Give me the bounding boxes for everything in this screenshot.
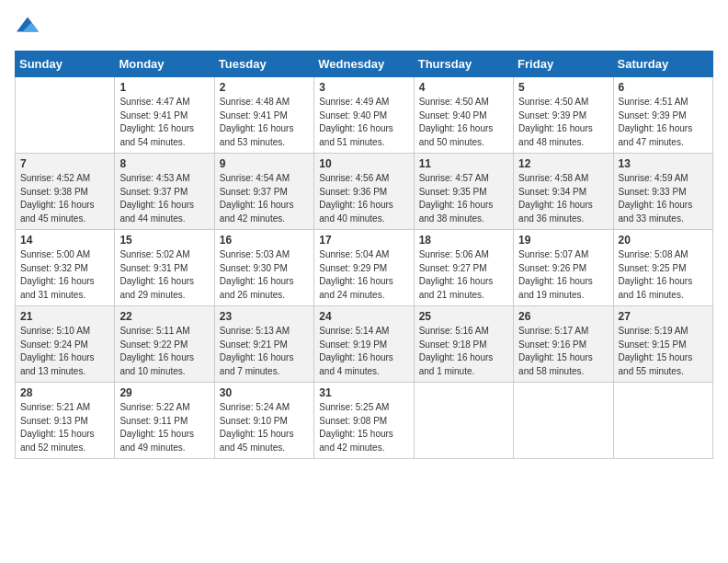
day-number: 21 — [20, 310, 109, 323]
calendar-cell: 5Sunrise: 4:50 AM Sunset: 9:39 PM Daylig… — [514, 77, 613, 154]
calendar-header-monday: Monday — [115, 52, 214, 77]
day-info: Sunrise: 5:04 AM Sunset: 9:29 PM Dayligh… — [319, 248, 408, 302]
day-number: 3 — [319, 81, 408, 94]
calendar-cell: 17Sunrise: 5:04 AM Sunset: 9:29 PM Dayli… — [314, 230, 414, 306]
day-info: Sunrise: 5:00 AM Sunset: 9:32 PM Dayligh… — [20, 248, 109, 302]
calendar-cell: 28Sunrise: 5:21 AM Sunset: 9:13 PM Dayli… — [16, 383, 115, 459]
calendar-cell: 21Sunrise: 5:10 AM Sunset: 9:24 PM Dayli… — [16, 306, 115, 383]
calendar-week-row: 14Sunrise: 5:00 AM Sunset: 9:32 PM Dayli… — [16, 230, 713, 306]
day-info: Sunrise: 4:47 AM Sunset: 9:41 PM Dayligh… — [119, 96, 209, 149]
day-number: 14 — [20, 234, 109, 247]
day-info: Sunrise: 4:57 AM Sunset: 9:35 PM Dayligh… — [419, 172, 508, 225]
calendar-cell: 16Sunrise: 5:03 AM Sunset: 9:30 PM Dayli… — [214, 230, 313, 306]
calendar-cell: 18Sunrise: 5:06 AM Sunset: 9:27 PM Dayli… — [414, 230, 513, 306]
day-number: 26 — [518, 310, 608, 323]
day-number: 20 — [619, 234, 708, 247]
day-number: 23 — [220, 310, 309, 323]
day-info: Sunrise: 5:24 AM Sunset: 9:10 PM Dayligh… — [220, 401, 309, 454]
calendar-header-wednesday: Wednesday — [314, 52, 414, 77]
calendar-cell: 4Sunrise: 4:50 AM Sunset: 9:40 PM Daylig… — [414, 77, 513, 154]
calendar-header-saturday: Saturday — [613, 52, 712, 77]
calendar-cell: 26Sunrise: 5:17 AM Sunset: 9:16 PM Dayli… — [514, 306, 613, 383]
calendar-cell: 9Sunrise: 4:54 AM Sunset: 9:37 PM Daylig… — [214, 154, 313, 230]
day-info: Sunrise: 4:58 AM Sunset: 9:34 PM Dayligh… — [518, 172, 608, 225]
day-number: 17 — [319, 234, 408, 247]
day-info: Sunrise: 5:25 AM Sunset: 9:08 PM Dayligh… — [319, 401, 408, 454]
day-info: Sunrise: 5:13 AM Sunset: 9:21 PM Dayligh… — [220, 325, 309, 378]
day-info: Sunrise: 4:50 AM Sunset: 9:39 PM Dayligh… — [518, 96, 608, 149]
day-info: Sunrise: 5:07 AM Sunset: 9:26 PM Dayligh… — [518, 248, 608, 302]
logo — [15, 15, 39, 41]
day-number: 2 — [220, 81, 309, 94]
day-number: 12 — [518, 157, 608, 170]
calendar-cell: 8Sunrise: 4:53 AM Sunset: 9:37 PM Daylig… — [115, 154, 214, 230]
day-number: 24 — [319, 310, 408, 323]
calendar-table: SundayMondayTuesdayWednesdayThursdayFrid… — [15, 51, 713, 459]
calendar-week-row: 21Sunrise: 5:10 AM Sunset: 9:24 PM Dayli… — [16, 306, 713, 383]
calendar-week-row: 7Sunrise: 4:52 AM Sunset: 9:38 PM Daylig… — [16, 154, 713, 230]
day-info: Sunrise: 5:19 AM Sunset: 9:15 PM Dayligh… — [619, 325, 708, 378]
calendar-cell: 25Sunrise: 5:16 AM Sunset: 9:18 PM Dayli… — [414, 306, 513, 383]
day-number: 30 — [220, 386, 309, 399]
day-info: Sunrise: 4:52 AM Sunset: 9:38 PM Dayligh… — [20, 172, 109, 225]
calendar-cell: 24Sunrise: 5:14 AM Sunset: 9:19 PM Dayli… — [314, 306, 414, 383]
calendar-cell: 2Sunrise: 4:48 AM Sunset: 9:41 PM Daylig… — [214, 77, 313, 154]
day-info: Sunrise: 4:50 AM Sunset: 9:40 PM Dayligh… — [419, 96, 508, 149]
calendar-cell: 1Sunrise: 4:47 AM Sunset: 9:41 PM Daylig… — [115, 77, 214, 154]
day-number: 27 — [619, 310, 708, 323]
calendar-header-sunday: Sunday — [16, 52, 115, 77]
day-info: Sunrise: 5:02 AM Sunset: 9:31 PM Dayligh… — [119, 248, 209, 302]
calendar-cell: 7Sunrise: 4:52 AM Sunset: 9:38 PM Daylig… — [16, 154, 115, 230]
day-info: Sunrise: 4:53 AM Sunset: 9:37 PM Dayligh… — [119, 172, 209, 225]
day-number: 16 — [220, 234, 309, 247]
day-info: Sunrise: 5:10 AM Sunset: 9:24 PM Dayligh… — [20, 325, 109, 378]
day-number: 28 — [20, 386, 109, 399]
calendar-cell: 29Sunrise: 5:22 AM Sunset: 9:11 PM Dayli… — [115, 383, 214, 459]
calendar-cell — [16, 77, 115, 154]
page-header — [15, 15, 713, 41]
day-number: 4 — [419, 81, 508, 94]
calendar-cell: 3Sunrise: 4:49 AM Sunset: 9:40 PM Daylig… — [314, 77, 414, 154]
calendar-week-row: 1Sunrise: 4:47 AM Sunset: 9:41 PM Daylig… — [16, 77, 713, 154]
day-info: Sunrise: 5:06 AM Sunset: 9:27 PM Dayligh… — [419, 248, 508, 302]
calendar-header-thursday: Thursday — [414, 52, 513, 77]
day-number: 25 — [419, 310, 508, 323]
calendar-cell: 27Sunrise: 5:19 AM Sunset: 9:15 PM Dayli… — [613, 306, 712, 383]
day-number: 9 — [220, 157, 309, 170]
calendar-cell: 30Sunrise: 5:24 AM Sunset: 9:10 PM Dayli… — [214, 383, 313, 459]
day-info: Sunrise: 5:14 AM Sunset: 9:19 PM Dayligh… — [319, 325, 408, 378]
calendar-cell: 15Sunrise: 5:02 AM Sunset: 9:31 PM Dayli… — [115, 230, 214, 306]
calendar-header-friday: Friday — [514, 52, 613, 77]
calendar-cell: 11Sunrise: 4:57 AM Sunset: 9:35 PM Dayli… — [414, 154, 513, 230]
day-info: Sunrise: 4:54 AM Sunset: 9:37 PM Dayligh… — [220, 172, 309, 225]
day-info: Sunrise: 4:56 AM Sunset: 9:36 PM Dayligh… — [319, 172, 408, 225]
calendar-cell: 31Sunrise: 5:25 AM Sunset: 9:08 PM Dayli… — [314, 383, 414, 459]
calendar-cell — [613, 383, 712, 459]
day-number: 22 — [119, 310, 209, 323]
calendar-cell: 13Sunrise: 4:59 AM Sunset: 9:33 PM Dayli… — [613, 154, 712, 230]
calendar-cell: 20Sunrise: 5:08 AM Sunset: 9:25 PM Dayli… — [613, 230, 712, 306]
day-info: Sunrise: 5:16 AM Sunset: 9:18 PM Dayligh… — [419, 325, 508, 378]
day-info: Sunrise: 4:49 AM Sunset: 9:40 PM Dayligh… — [319, 96, 408, 149]
day-number: 5 — [518, 81, 608, 94]
day-info: Sunrise: 5:08 AM Sunset: 9:25 PM Dayligh… — [619, 248, 708, 302]
calendar-cell: 10Sunrise: 4:56 AM Sunset: 9:36 PM Dayli… — [314, 154, 414, 230]
day-info: Sunrise: 4:51 AM Sunset: 9:39 PM Dayligh… — [619, 96, 708, 149]
day-number: 15 — [119, 234, 209, 247]
calendar-cell: 14Sunrise: 5:00 AM Sunset: 9:32 PM Dayli… — [16, 230, 115, 306]
calendar-cell: 19Sunrise: 5:07 AM Sunset: 9:26 PM Dayli… — [514, 230, 613, 306]
day-number: 7 — [20, 157, 109, 170]
day-number: 1 — [119, 81, 209, 94]
calendar-cell: 22Sunrise: 5:11 AM Sunset: 9:22 PM Dayli… — [115, 306, 214, 383]
day-number: 18 — [419, 234, 508, 247]
day-info: Sunrise: 5:17 AM Sunset: 9:16 PM Dayligh… — [518, 325, 608, 378]
logo-icon — [17, 15, 39, 37]
day-number: 10 — [319, 157, 408, 170]
calendar-cell — [414, 383, 513, 459]
calendar-week-row: 28Sunrise: 5:21 AM Sunset: 9:13 PM Dayli… — [16, 383, 713, 459]
calendar-cell: 12Sunrise: 4:58 AM Sunset: 9:34 PM Dayli… — [514, 154, 613, 230]
calendar-cell — [514, 383, 613, 459]
day-info: Sunrise: 5:11 AM Sunset: 9:22 PM Dayligh… — [119, 325, 209, 378]
day-info: Sunrise: 5:22 AM Sunset: 9:11 PM Dayligh… — [119, 401, 209, 454]
day-info: Sunrise: 4:48 AM Sunset: 9:41 PM Dayligh… — [220, 96, 309, 149]
